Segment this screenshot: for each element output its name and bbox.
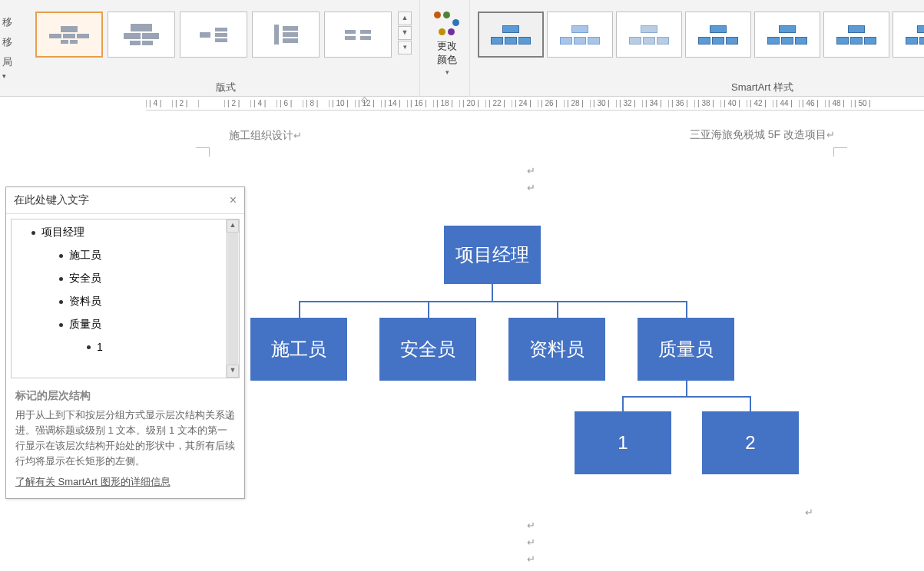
footer-desc: 用于从上到下和按层分组方式显示层次结构关系递进。强调标题或级别 1 文本。级别 … [15,408,235,469]
org-node-root[interactable]: 项目经理 [444,226,541,284]
ruler-mark: | 4 | [250,100,277,107]
org-connector [622,396,624,411]
org-node-level2[interactable]: 资料员 [508,318,605,381]
layout-option-3[interactable] [180,12,247,58]
ruler-mark: | 2 | [172,100,198,107]
ruler-mark: | 24 | [512,100,538,107]
text-pane-list-item[interactable]: 施工员 [59,249,234,262]
scroll-down-button[interactable]: ▼ [227,365,239,378]
ruler-mark: | 42 | [747,100,773,107]
text-pane-title: 在此处键入文字 [14,193,89,207]
ruler-mark: | 36 | [668,100,694,107]
ruler-mark: | 6 | [277,100,303,107]
ribbon-left-tab[interactable]: 移 [0,35,12,49]
org-connector [428,301,429,318]
scrollbar[interactable]: ▲ ▼ [226,219,239,378]
ruler-mark: | 46 | [799,100,825,107]
layout-gallery: ▲ ▼ ▾ [12,0,419,58]
style-option-1[interactable] [478,12,544,58]
bullet-icon [59,254,63,258]
ruler-mark: | 48 | [825,100,851,107]
bullet-icon [31,231,35,235]
ruler-mark: | 8 | [303,100,329,107]
org-connector [750,396,751,411]
bullet-icon [59,323,63,327]
style-option-7[interactable] [893,12,924,58]
document-area[interactable]: 施工组织设计↵ 三亚海旅免税城 5F 改造项目↵ ↵↵ ↵↵↵ ↵ 项目经理 施… [146,111,924,571]
smartart-text-pane: 在此处键入文字 × 项目经理施工员安全员资料员质量员1 ▲ ▼ 标记的层次结构 … [5,186,245,499]
ruler-mark: | 26 | [538,100,564,107]
layout-expand[interactable]: ▾ [398,41,412,54]
org-connector [557,301,558,318]
ribbon-left-tab[interactable]: 局 ▾ [0,55,12,81]
ruler-mark: | 28 | [564,100,590,107]
layout-option-4[interactable] [252,12,320,58]
bullet-icon [59,277,63,281]
text-pane-footer: 标记的层次结构 用于从上到下和按层分组方式显示层次结构关系递进。强调标题或级别 … [6,383,244,498]
close-icon[interactable]: × [230,193,237,207]
text-pane-list-item[interactable]: 1 [87,341,234,353]
text-pane-list-item[interactable]: 项目经理 [31,226,234,239]
org-connector [686,301,687,318]
layout-scroll-down[interactable]: ▼ [398,26,412,40]
style-option-4[interactable] [685,12,751,58]
layout-option-2[interactable] [108,12,175,58]
ruler[interactable]: ◇ | 4 || 2 || 2 || 4 || 6 || 8 || 10 || … [146,97,924,111]
ribbon-left-tabs: 移 移 局 ▾ [0,0,12,96]
style-option-6[interactable] [823,12,889,58]
margin-corner-right [833,147,847,157]
doc-header-right: 三亚海旅免税城 5F 改造项目↵ [690,128,835,142]
org-node-level3[interactable]: 2 [702,411,799,474]
change-colors-button[interactable]: 更改颜色 ▾ [419,0,470,96]
ruler-mark: | 18 | [433,100,459,107]
paragraph-marks: ↵↵↵ [527,517,535,568]
ruler-mark: | 40 | [720,100,747,107]
ruler-mark: | 22 | [485,100,512,107]
ruler-mark: | 32 | [616,100,642,107]
learn-more-link[interactable]: 了解有关 SmartArt 图形的详细信息 [15,475,235,489]
text-pane-header: 在此处键入文字 × [6,187,244,214]
ruler-mark: | 16 | [407,100,433,107]
text-pane-body[interactable]: 项目经理施工员安全员资料员质量员1 ▲ ▼ [11,219,240,378]
layout-option-5[interactable] [324,12,392,58]
ruler-mark: | 2 | [224,100,250,107]
text-pane-list-item[interactable]: 质量员 [59,318,234,332]
style-option-2[interactable] [547,12,613,58]
ruler-mark: | 14 | [381,100,407,107]
footer-title: 标记的层次结构 [15,389,235,403]
org-node-level2[interactable]: 安全员 [379,318,476,381]
org-node-level3[interactable]: 1 [575,411,671,474]
ruler-mark: | 34 | [642,100,668,107]
ruler-mark: | 12 | [355,100,381,107]
org-connector [622,396,751,398]
margin-corner-left [196,147,210,157]
layout-group-label: 版式 [216,81,236,94]
org-connector [686,381,687,396]
ruler-mark: | 44 | [773,100,799,107]
ribbon-left-tab[interactable]: 移 [0,15,12,29]
layout-gallery-spinners: ▲ ▼ ▾ [398,12,412,55]
layout-option-1[interactable] [35,12,103,58]
style-group-label: SmartArt 样式 [731,81,793,94]
text-pane-list-item[interactable]: 安全员 [59,272,234,286]
scroll-thumb[interactable] [227,233,238,365]
org-connector [299,301,687,302]
scroll-up-button[interactable]: ▲ [227,219,239,233]
chevron-down-icon: ▾ [445,68,449,76]
paragraph-marks: ↵↵ [527,163,535,196]
bullet-icon [59,300,63,304]
bullet-icon [87,345,91,349]
text-pane-list-item[interactable]: 资料员 [59,295,234,309]
org-node-level2[interactable]: 质量员 [638,318,734,381]
org-connector [299,301,300,318]
paragraph-mark: ↵ [805,507,813,518]
ruler-mark: | 50 | [851,100,877,107]
list-item-label: 安全员 [69,272,101,286]
style-option-3[interactable] [616,12,682,58]
color-circles-icon [434,12,460,38]
layout-scroll-up[interactable]: ▲ [398,12,412,25]
style-gallery [470,0,924,58]
list-item-label: 资料员 [69,295,101,309]
org-node-level2[interactable]: 施工员 [250,318,347,381]
style-option-5[interactable] [754,12,820,58]
